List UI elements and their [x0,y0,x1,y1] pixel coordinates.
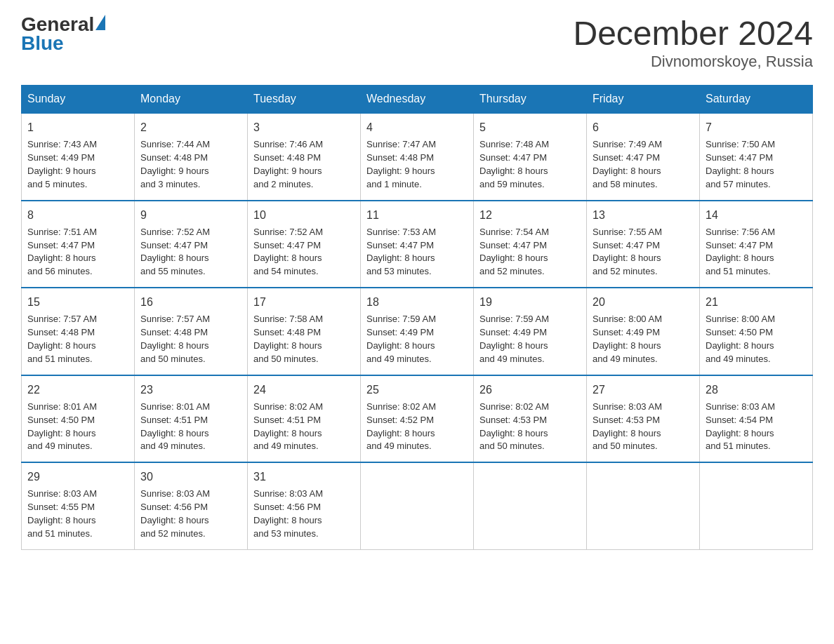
daylight-minutes-text: and 1 minute. [366,178,468,192]
calendar-cell: 16Sunrise: 7:57 AMSunset: 4:48 PMDayligh… [135,288,248,375]
sunset-text: Sunset: 4:47 PM [27,239,128,253]
sunrise-text: Sunrise: 7:51 AM [27,226,128,239]
daylight-text: Daylight: 9 hours [366,165,468,178]
daylight-text: Daylight: 8 hours [366,340,468,353]
daylight-minutes-text: and 49 minutes. [479,353,581,366]
sunrise-text: Sunrise: 7:46 AM [253,138,355,152]
day-info: Sunrise: 7:47 AMSunset: 4:48 PMDaylight:… [366,138,468,191]
sunset-text: Sunset: 4:55 PM [27,501,128,514]
daylight-minutes-text: and 50 minutes. [479,440,581,453]
calendar-cell: 17Sunrise: 7:58 AMSunset: 4:48 PMDayligh… [248,288,361,375]
day-number: 16 [140,294,241,310]
daylight-text: Daylight: 8 hours [140,340,241,353]
calendar-cell: 19Sunrise: 7:59 AMSunset: 4:49 PMDayligh… [474,288,587,375]
day-number: 19 [479,294,581,310]
day-number: 3 [253,119,355,135]
sunrise-text: Sunrise: 8:03 AM [27,488,128,501]
daylight-text: Daylight: 8 hours [27,427,128,441]
day-number: 28 [706,382,807,398]
sunset-text: Sunset: 4:47 PM [253,239,355,253]
calendar-week-row: 15Sunrise: 7:57 AMSunset: 4:48 PMDayligh… [22,288,813,375]
calendar-cell: 1Sunrise: 7:43 AMSunset: 4:49 PMDaylight… [22,113,135,201]
daylight-minutes-text: and 52 minutes. [593,265,694,279]
day-info: Sunrise: 8:02 AMSunset: 4:53 PMDaylight:… [479,401,581,453]
day-info: Sunrise: 7:59 AMSunset: 4:49 PMDaylight:… [366,313,468,365]
day-number: 22 [27,382,128,398]
sunrise-text: Sunrise: 7:59 AM [366,313,468,326]
daylight-text: Daylight: 8 hours [253,427,355,441]
weekday-header-friday: Friday [587,86,700,114]
sunrise-text: Sunrise: 7:48 AM [479,138,581,152]
sunset-text: Sunset: 4:51 PM [253,414,355,427]
calendar-cell: 20Sunrise: 8:00 AMSunset: 4:49 PMDayligh… [587,288,700,375]
daylight-minutes-text: and 2 minutes. [253,178,355,192]
calendar-cell: 12Sunrise: 7:54 AMSunset: 4:47 PMDayligh… [474,201,587,288]
sunset-text: Sunset: 4:49 PM [27,152,128,165]
calendar-cell: 8Sunrise: 7:51 AMSunset: 4:47 PMDaylight… [22,201,135,288]
daylight-text: Daylight: 8 hours [253,340,355,353]
daylight-minutes-text: and 49 minutes. [366,353,468,366]
sunset-text: Sunset: 4:53 PM [593,414,694,427]
calendar-header-row: SundayMondayTuesdayWednesdayThursdayFrid… [22,86,813,114]
calendar-cell: 31Sunrise: 8:03 AMSunset: 4:56 PMDayligh… [248,462,361,549]
day-info: Sunrise: 8:00 AMSunset: 4:49 PMDaylight:… [593,313,694,365]
weekday-header-saturday: Saturday [700,86,813,114]
sunset-text: Sunset: 4:47 PM [706,152,807,165]
sunrise-text: Sunrise: 7:49 AM [593,138,694,152]
daylight-text: Daylight: 8 hours [479,165,581,178]
sunrise-text: Sunrise: 7:52 AM [140,226,241,239]
day-info: Sunrise: 7:49 AMSunset: 4:47 PMDaylight:… [593,138,694,191]
calendar-cell: 3Sunrise: 7:46 AMSunset: 4:48 PMDaylight… [248,113,361,201]
day-info: Sunrise: 8:01 AMSunset: 4:51 PMDaylight:… [140,401,241,453]
calendar-cell: 24Sunrise: 8:02 AMSunset: 4:51 PMDayligh… [248,375,361,463]
sunrise-text: Sunrise: 7:50 AM [706,138,807,152]
sunset-text: Sunset: 4:48 PM [253,152,355,165]
calendar-cell: 28Sunrise: 8:03 AMSunset: 4:54 PMDayligh… [700,375,813,463]
sunrise-text: Sunrise: 7:55 AM [593,226,694,239]
day-number: 6 [593,119,694,135]
weekday-header-tuesday: Tuesday [248,86,361,114]
sunrise-text: Sunrise: 7:57 AM [27,313,128,326]
sunrise-text: Sunrise: 7:54 AM [479,226,581,239]
calendar-cell [587,462,700,549]
calendar-cell: 27Sunrise: 8:03 AMSunset: 4:53 PMDayligh… [587,375,700,463]
calendar-week-row: 8Sunrise: 7:51 AMSunset: 4:47 PMDaylight… [22,201,813,288]
daylight-text: Daylight: 8 hours [253,252,355,265]
sunrise-text: Sunrise: 7:57 AM [140,313,241,326]
sunset-text: Sunset: 4:50 PM [27,414,128,427]
sunset-text: Sunset: 4:48 PM [140,326,241,340]
calendar-cell: 26Sunrise: 8:02 AMSunset: 4:53 PMDayligh… [474,375,587,463]
calendar-cell [474,462,587,549]
daylight-text: Daylight: 8 hours [27,340,128,353]
daylight-text: Daylight: 8 hours [253,514,355,528]
sunset-text: Sunset: 4:47 PM [593,152,694,165]
calendar-cell: 22Sunrise: 8:01 AMSunset: 4:50 PMDayligh… [22,375,135,463]
daylight-minutes-text: and 55 minutes. [140,265,241,279]
daylight-text: Daylight: 8 hours [479,252,581,265]
sunrise-text: Sunrise: 7:53 AM [366,226,468,239]
sunrise-text: Sunrise: 8:02 AM [366,401,468,414]
sunrise-text: Sunrise: 7:44 AM [140,138,241,152]
day-info: Sunrise: 7:48 AMSunset: 4:47 PMDaylight:… [479,138,581,191]
location: Divnomorskoye, Russia [573,53,813,71]
day-number: 1 [27,119,128,135]
day-info: Sunrise: 8:03 AMSunset: 4:56 PMDaylight:… [140,488,241,540]
day-info: Sunrise: 7:52 AMSunset: 4:47 PMDaylight:… [253,226,355,279]
calendar-cell: 18Sunrise: 7:59 AMSunset: 4:49 PMDayligh… [361,288,474,375]
sunset-text: Sunset: 4:52 PM [366,414,468,427]
daylight-text: Daylight: 9 hours [140,165,241,178]
daylight-text: Daylight: 8 hours [140,514,241,528]
daylight-minutes-text: and 58 minutes. [593,178,694,192]
sunrise-text: Sunrise: 8:03 AM [140,488,241,501]
daylight-text: Daylight: 8 hours [140,252,241,265]
calendar-cell: 11Sunrise: 7:53 AMSunset: 4:47 PMDayligh… [361,201,474,288]
daylight-text: Daylight: 8 hours [706,340,807,353]
day-number: 11 [366,207,468,223]
sunset-text: Sunset: 4:48 PM [253,326,355,340]
sunset-text: Sunset: 4:49 PM [366,326,468,340]
day-number: 21 [706,294,807,310]
day-info: Sunrise: 8:00 AMSunset: 4:50 PMDaylight:… [706,313,807,365]
daylight-text: Daylight: 8 hours [479,427,581,441]
daylight-minutes-text: and 49 minutes. [706,353,807,366]
daylight-text: Daylight: 8 hours [366,252,468,265]
